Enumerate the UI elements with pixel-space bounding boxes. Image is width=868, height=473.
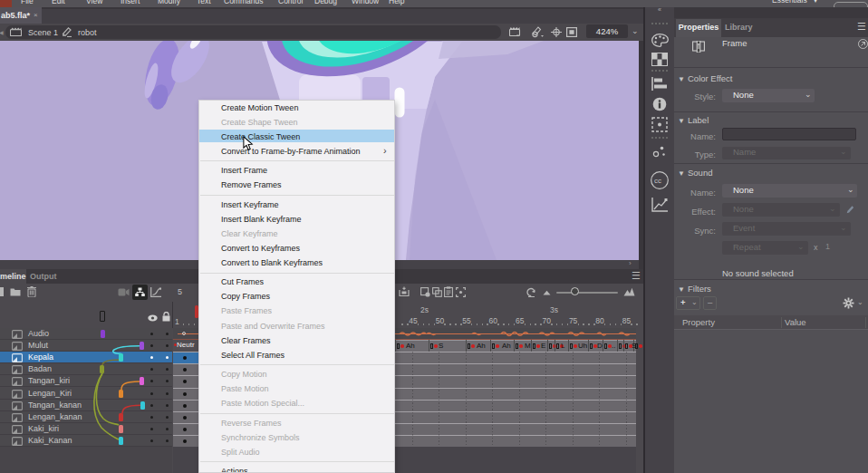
svg-text:cc: cc xyxy=(654,177,661,185)
